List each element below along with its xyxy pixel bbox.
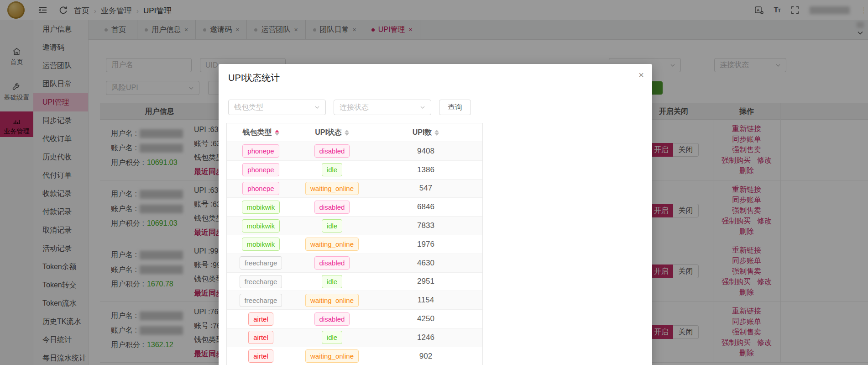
status-badge: waiting_online — [305, 182, 359, 195]
sort-icon[interactable] — [345, 130, 349, 136]
wallet-badge: airtel — [248, 349, 273, 363]
app-root: 首页 › 业务管理 › UPI管理 A TT ⋮ — [0, 0, 868, 365]
status-badge: idle — [322, 331, 342, 344]
stats-table-header: 钱包类型 UPI状态 UPI数 — [227, 123, 482, 142]
stats-table-row: airtel disabled 4250 — [227, 310, 482, 328]
status-badge: disabled — [314, 144, 350, 158]
header-wallet-type[interactable]: 钱包类型 — [227, 123, 295, 142]
wallet-badge: airtel — [248, 312, 273, 326]
wallet-badge: mobikwik — [242, 219, 280, 233]
stats-table-row: phonepe disabled 9408 — [227, 142, 482, 161]
stats-table-row: phonepe waiting_online 547 — [227, 180, 482, 198]
wallet-badge: airtel — [248, 331, 273, 344]
connection-status-select[interactable]: 连接状态 — [334, 100, 431, 115]
status-badge: waiting_online — [305, 238, 359, 251]
stats-table-row: freecharge idle 2951 — [227, 273, 482, 291]
upi-status-modal: UPI状态统计 × 钱包类型 连接状态 查询 钱包类型 UPI状态 U — [219, 64, 652, 365]
upi-count-value: 547 — [419, 184, 432, 193]
stats-table-row: mobikwik disabled 6846 — [227, 198, 482, 217]
stats-table-row: mobikwik waiting_online 1976 — [227, 235, 482, 254]
sort-icon[interactable] — [434, 130, 439, 136]
upi-count-value: 4250 — [417, 314, 434, 323]
wallet-badge: freecharge — [240, 275, 282, 288]
upi-count-value: 1246 — [417, 333, 434, 342]
stats-table-row: airtel idle 1246 — [227, 328, 482, 347]
wallet-badge: freecharge — [240, 294, 282, 307]
status-badge: disabled — [314, 201, 350, 214]
upi-count-value: 2951 — [417, 277, 434, 286]
status-badge: waiting_online — [305, 349, 359, 363]
sort-icon[interactable] — [275, 130, 279, 136]
header-upi-count[interactable]: UPI数 — [369, 123, 482, 142]
modal-title: UPI状态统计 — [228, 72, 280, 84]
status-badge: idle — [322, 163, 342, 176]
query-button[interactable]: 查询 — [439, 100, 471, 115]
wallet-type-select[interactable]: 钱包类型 — [228, 100, 326, 115]
stats-table-row: freecharge waiting_online 1154 — [227, 291, 482, 310]
upi-count-value: 1976 — [417, 240, 434, 249]
wallet-badge: mobikwik — [242, 238, 280, 251]
header-upi-status[interactable]: UPI状态 — [295, 123, 369, 142]
upi-count-value: 1154 — [418, 296, 434, 305]
stats-table-row: mobikwik idle 7833 — [227, 217, 482, 235]
status-badge: waiting_online — [305, 294, 359, 307]
stats-table-row: airtel waiting_online 902 — [227, 347, 482, 365]
status-badge: idle — [322, 219, 342, 233]
modal-close-icon[interactable]: × — [638, 70, 644, 79]
upi-count-value: 9408 — [417, 147, 434, 156]
status-badge: disabled — [314, 256, 350, 270]
wallet-badge: freecharge — [240, 256, 282, 270]
connection-status-placeholder: 连接状态 — [340, 103, 369, 112]
wallet-badge: mobikwik — [242, 201, 280, 214]
wallet-badge: phonepe — [242, 163, 279, 176]
wallet-badge: phonepe — [242, 182, 279, 195]
stats-table-row: freecharge disabled 4630 — [227, 254, 482, 273]
stats-table-row: phonepe idle 1386 — [227, 161, 482, 180]
status-badge: idle — [322, 275, 342, 288]
upi-count-value: 1386 — [417, 165, 434, 175]
wallet-badge: phonepe — [242, 144, 279, 158]
upi-count-value: 6846 — [417, 202, 434, 212]
chevron-down-icon — [314, 106, 320, 109]
upi-count-value: 7833 — [417, 221, 434, 230]
upi-count-value: 4630 — [417, 259, 434, 268]
stats-table: 钱包类型 UPI状态 UPI数 phonepe disabled 9408 — [226, 123, 483, 365]
upi-count-value: 902 — [419, 352, 432, 361]
status-badge: disabled — [314, 312, 350, 326]
wallet-type-placeholder: 钱包类型 — [234, 103, 263, 112]
chevron-down-icon — [420, 106, 425, 109]
